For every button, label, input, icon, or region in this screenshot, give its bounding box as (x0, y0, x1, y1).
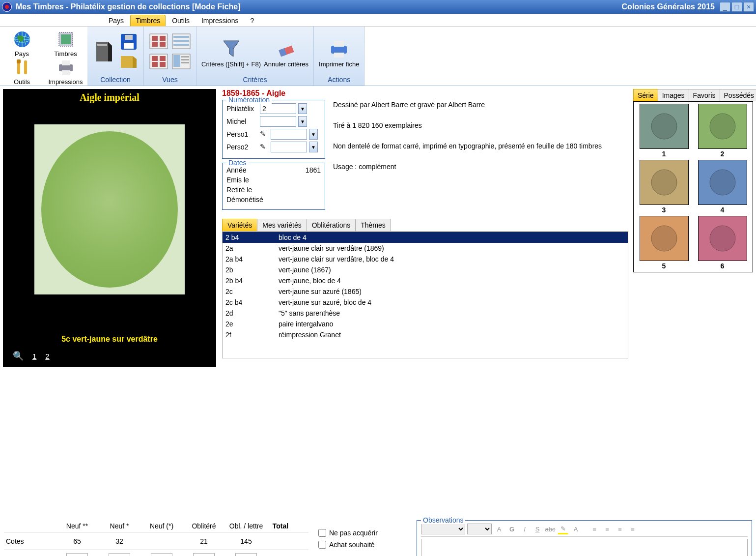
pen-icon[interactable]: ✎ (260, 130, 269, 139)
obs-highlight-icon[interactable]: ✎ (558, 524, 568, 534)
dropdown-icon[interactable]: ▼ (309, 142, 318, 152)
maximize-button[interactable]: □ (731, 2, 742, 12)
vh-oblitere: Oblitéré (183, 522, 225, 530)
rtab-images[interactable]: Images (658, 89, 689, 101)
variety-row[interactable]: 2fréimpression Granet (223, 329, 628, 340)
left-outils[interactable]: Outils (0, 58, 44, 86)
stamp-title: Aigle impérial (3, 89, 216, 108)
left-impressions[interactable]: Impressions (44, 58, 87, 86)
subtab-varietes[interactable]: Variétés (222, 219, 257, 231)
stamp-image[interactable] (34, 124, 185, 294)
menu-timbres[interactable]: Timbres (130, 15, 166, 26)
menu-impressions[interactable]: Impressions (196, 15, 244, 26)
num-michel-input[interactable] (260, 116, 296, 127)
variety-row[interactable]: 2avert-jaune clair sur verdâtre (1869) (223, 243, 628, 254)
stamp-page-1[interactable]: 1 (32, 352, 36, 360)
obs-fontcolor-icon[interactable]: A (570, 524, 581, 534)
thumb-cell[interactable]: 4 (694, 160, 751, 214)
subtab-obliterations[interactable]: Oblitérations (307, 219, 356, 231)
obs-underline-icon[interactable]: S (532, 524, 543, 534)
rtab-serie[interactable]: Série (633, 89, 658, 101)
svg-rect-16 (152, 42, 158, 47)
thumb-cell[interactable]: 6 (694, 216, 751, 270)
thumb-cell[interactable]: 3 (636, 160, 692, 214)
value-input[interactable] (66, 553, 88, 556)
check-achat[interactable]: Achat souhaité (318, 541, 407, 549)
subtab-themes[interactable]: Thèmes (355, 219, 391, 231)
thumb-cell[interactable]: 5 (636, 216, 692, 270)
obs-align-justify-icon[interactable]: ≡ (627, 524, 638, 534)
detail-icon (171, 53, 191, 70)
obs-size-select[interactable] (467, 524, 492, 534)
check-achat-box[interactable] (318, 541, 326, 549)
minimize-button[interactable]: _ (720, 2, 730, 12)
ribbon-collection-btn1[interactable] (92, 38, 116, 67)
ribbon-collection-btn2[interactable] (119, 54, 139, 71)
rtab-favoris[interactable]: Favoris (689, 89, 720, 101)
obs-bold-icon[interactable]: G (506, 524, 517, 534)
varieties-list[interactable]: 2 b4bloc de 42avert-jaune clair sur verd… (222, 232, 628, 358)
dropdown-icon[interactable]: ▼ (309, 129, 318, 140)
variety-row[interactable]: 2epaire intergalvano (223, 319, 628, 329)
close-button[interactable]: × (743, 2, 754, 12)
value-input[interactable] (151, 553, 172, 556)
svg-point-37 (651, 114, 677, 139)
stamp-page-2[interactable]: 2 (45, 352, 49, 360)
ribbon-save-btn[interactable] (119, 33, 139, 52)
num-perso1-input[interactable] (271, 129, 307, 140)
variety-row[interactable]: 2 b4bloc de 4 (223, 232, 628, 243)
num-philatelix-input[interactable] (260, 103, 296, 114)
obs-align-center-icon[interactable]: ≡ (602, 524, 613, 534)
variety-row[interactable]: 2a b4vert-jaune clair sur verdâtre, bloc… (223, 254, 628, 264)
obs-strike-icon[interactable]: abc (545, 524, 556, 534)
ribbon-criteres-btn[interactable]: Critères ([Shift] + F8) (201, 37, 261, 68)
print-icon (328, 38, 350, 59)
magnifier-icon[interactable]: 🔍 (13, 351, 24, 361)
variety-row[interactable]: 2bvert-jaune (1867) (223, 264, 628, 275)
observations-text[interactable] (421, 539, 748, 556)
obs-sizeup-icon[interactable]: A (494, 524, 504, 534)
stamp-caption: 5c vert-jaune sur verdâtre (3, 335, 216, 344)
check-nepas[interactable]: Ne pas acquérir (318, 529, 407, 537)
obs-align-right-icon[interactable]: ≡ (615, 524, 625, 534)
thumb-cell[interactable]: 1 (636, 104, 692, 158)
subtab-mesvarietes[interactable]: Mes variétés (257, 219, 307, 231)
ribbon-annuler-label: Annuler critères (264, 60, 308, 68)
dropdown-icon[interactable]: ▼ (298, 116, 307, 127)
left-impressions-label: Impressions (44, 78, 87, 86)
menu-pays[interactable]: Pays (103, 15, 129, 26)
observations-fieldset: Observations A G I S abc ✎ A ≡ ≡ ≡ ≡ (417, 520, 752, 556)
value-input[interactable] (193, 553, 215, 556)
thumb-cell[interactable]: 2 (694, 104, 751, 158)
variety-row[interactable]: 2cvert-jaune sur azuré (1865) (223, 286, 628, 297)
check-nepas-box[interactable] (318, 529, 326, 537)
detail-column: 1859-1865 - Aigle Numérotation Philatéli… (222, 89, 628, 517)
variety-row[interactable]: 2d"5" sans parenthèse (223, 308, 628, 319)
menu-help[interactable]: ? (245, 15, 259, 26)
num-perso2-input[interactable] (271, 142, 307, 152)
obs-italic-icon[interactable]: I (519, 524, 530, 534)
ribbon-vue-btn3[interactable] (171, 33, 191, 51)
obs-align-left-icon[interactable]: ≡ (589, 524, 600, 534)
numerotation-fieldset: Numérotation Philatélix▼ Michel▼ Perso1✎… (222, 100, 325, 159)
date-retire-label: Retiré le (226, 186, 252, 194)
pen-icon[interactable]: ✎ (260, 143, 269, 151)
menu-outils[interactable]: Outils (167, 15, 195, 26)
svg-rect-30 (181, 59, 189, 60)
value-row: Prix net (4, 550, 308, 556)
left-pays[interactable]: Pays (0, 29, 44, 58)
rtab-possedes[interactable]: Possédés (720, 89, 756, 101)
variety-row[interactable]: 2c b4vert-jaune sur azuré, bloc de 4 (223, 297, 628, 308)
ribbon-vue-btn1[interactable] (149, 33, 168, 51)
ribbon-vue-btn2[interactable] (149, 53, 168, 71)
obs-font-select[interactable] (421, 524, 465, 534)
dropdown-icon[interactable]: ▼ (298, 103, 307, 114)
ribbon-imprimer-btn[interactable]: Imprimer fiche (319, 37, 359, 68)
ribbon-vue-btn4[interactable] (171, 53, 191, 71)
variety-row[interactable]: 2b b4vert-jaune, bloc de 4 (223, 275, 628, 286)
book-icon (92, 38, 116, 65)
left-timbres[interactable]: Timbres (44, 29, 87, 58)
ribbon-annuler-btn[interactable]: Annuler critères (264, 37, 308, 68)
value-input[interactable] (109, 553, 130, 556)
value-input[interactable] (235, 553, 257, 556)
